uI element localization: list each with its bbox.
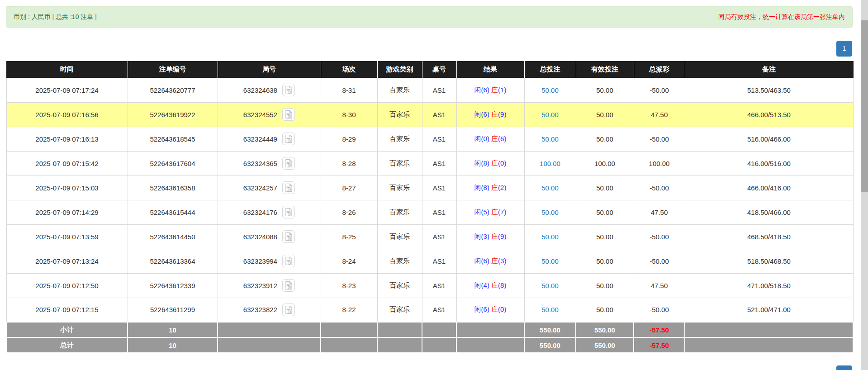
- total-bet-link[interactable]: 100.00: [540, 160, 560, 167]
- result-player-score: 闲(8): [474, 159, 489, 167]
- total-row-empty-result: [456, 337, 524, 353]
- cell-bet-id: 522643617604: [128, 151, 218, 176]
- cell-round-id: 632324257: [218, 176, 321, 200]
- cell-payout: 47.50: [634, 273, 685, 298]
- video-replay-button[interactable]: [282, 84, 295, 96]
- video-replay-button[interactable]: [282, 181, 295, 194]
- cell-result: 闲(6) 庄(0): [456, 298, 524, 322]
- bet-record-row: 2025-07-09 07:16:56522643619922632324552…: [6, 102, 853, 127]
- cell-time: 2025-07-09 07:17:24: [6, 78, 128, 102]
- cell-round-id: 632324088: [218, 224, 321, 249]
- video-replay-button[interactable]: [282, 304, 295, 316]
- cell-round-id: 632323822: [218, 298, 321, 322]
- cell-table-id: AS1: [422, 176, 456, 200]
- result-player-score: 闲(4): [474, 281, 489, 289]
- total-row-label: 总计: [6, 337, 128, 353]
- cell-time: 2025-07-09 07:13:24: [6, 249, 128, 273]
- cell-time: 2025-07-09 07:12:50: [6, 273, 128, 298]
- result-banker-score: (6): [498, 135, 506, 142]
- total-bet-link[interactable]: 50.00: [541, 257, 559, 265]
- result-banker-score: (9): [498, 110, 506, 118]
- video-film-document-icon: [284, 256, 293, 266]
- result-banker-score: (2): [498, 184, 506, 191]
- cell-total-bet: 50.00: [524, 200, 576, 224]
- video-film-document-icon: [284, 305, 293, 314]
- subtotal-row-count: 10: [128, 322, 218, 337]
- total-bet-link[interactable]: 50.00: [541, 184, 559, 192]
- cell-round-id: 632324449: [218, 127, 321, 151]
- cell-time: 2025-07-09 07:13:59: [6, 224, 128, 249]
- cell-payout: 100.00: [634, 151, 685, 176]
- video-replay-button[interactable]: [282, 279, 295, 292]
- total-bet-link[interactable]: 50.00: [541, 86, 559, 94]
- cell-valid-bet: 50.00: [576, 102, 634, 127]
- table-header-row: 时间注单编号局号场次游戏类别桌号结果总投注有效投注总派彩备注: [6, 61, 853, 78]
- cell-bet-id: 522643613364: [128, 249, 218, 273]
- cell-table-id: AS1: [422, 273, 456, 298]
- currency-banner: 币别 : 人民币 | 总共 :10 注单 | 同局有效投注，统一计算在该局第一张…: [6, 6, 853, 28]
- video-film-document-icon: [284, 159, 293, 168]
- total-bet-link[interactable]: 50.00: [541, 233, 559, 241]
- subtotal-row-empty-session: [321, 322, 377, 337]
- bet-record-row: 2025-07-09 07:12:15522643611299632323822…: [6, 298, 853, 322]
- cell-remark: 513.50/463.50: [685, 78, 853, 102]
- cell-valid-bet: 100.00: [576, 151, 634, 176]
- video-film-document-icon: [284, 110, 293, 119]
- result-banker-score: (1): [498, 86, 506, 94]
- pagination-page-1-top[interactable]: 1: [836, 41, 852, 57]
- pagination-page-1-bottom[interactable]: 1: [836, 365, 852, 370]
- cell-total-bet: 50.00: [524, 298, 576, 322]
- result-banker-label: 庄: [491, 208, 498, 216]
- cell-session: 8-25: [321, 224, 377, 249]
- video-replay-button[interactable]: [282, 157, 295, 170]
- result-banker-score: (8): [498, 281, 506, 289]
- video-replay-button[interactable]: [282, 206, 295, 218]
- cell-round-id: 632323994: [218, 249, 321, 273]
- cell-result: 闲(5) 庄(7): [456, 200, 524, 224]
- total-bet-link[interactable]: 50.00: [541, 209, 559, 216]
- cell-session: 8-31: [321, 78, 377, 102]
- subtotal-row-label: 小计: [6, 322, 128, 337]
- cell-table-id: AS1: [422, 249, 456, 273]
- total-bet-link[interactable]: 50.00: [541, 306, 559, 313]
- vertical-scrollbar[interactable]: [861, 0, 868, 370]
- cell-result: 闲(6) 庄(1): [456, 78, 524, 102]
- cell-table-id: AS1: [422, 102, 456, 127]
- round-id-text: 632324638: [243, 86, 277, 94]
- result-player-score: 闲(6): [474, 86, 489, 94]
- bet-record-row: 2025-07-09 07:14:29522643615444632324176…: [6, 200, 853, 224]
- cell-session: 8-23: [321, 273, 377, 298]
- total-bet-link[interactable]: 50.00: [541, 135, 559, 143]
- subtotal-row-empty-result: [456, 322, 524, 337]
- banner-summary-text: 币别 : 人民币 | 总共 :10 注单 |: [14, 13, 97, 21]
- cell-game-type: 百家乐: [377, 224, 422, 249]
- cell-bet-id: 522643615444: [128, 200, 218, 224]
- video-film-document-icon: [284, 232, 293, 241]
- video-replay-button[interactable]: [282, 108, 295, 121]
- video-replay-button[interactable]: [282, 255, 295, 267]
- cell-bet-id: 522643620777: [128, 78, 218, 102]
- result-banker-label: 庄: [491, 305, 498, 313]
- video-replay-button[interactable]: [282, 133, 295, 145]
- cell-remark: 416.00/516.00: [685, 151, 853, 176]
- cell-remark: 468.50/418.50: [685, 224, 853, 249]
- total-row-total-bet: 550.00: [524, 337, 576, 353]
- round-id-text: 632323822: [243, 306, 277, 313]
- total-bet-link[interactable]: 50.00: [541, 111, 559, 119]
- cell-table-id: AS1: [422, 127, 456, 151]
- scrollbar-thumb[interactable]: [861, 20, 868, 192]
- banner-warning-text: 同局有效投注，统一计算在该局第一张注单内: [718, 13, 845, 21]
- cell-result: 闲(6) 庄(9): [456, 102, 524, 127]
- total-bet-link[interactable]: 50.00: [541, 282, 559, 289]
- cell-round-id: 632323912: [218, 273, 321, 298]
- cell-result: 闲(3) 庄(9): [456, 224, 524, 249]
- cell-time: 2025-07-09 07:16:56: [6, 102, 128, 127]
- cell-session: 8-24: [321, 249, 377, 273]
- result-banker-label: 庄: [491, 184, 498, 191]
- cell-remark: 466.00/513.50: [685, 102, 853, 127]
- cell-valid-bet: 50.00: [576, 249, 634, 273]
- result-player-score: 闲(6): [474, 110, 489, 118]
- video-film-document-icon: [284, 134, 293, 143]
- video-replay-button[interactable]: [282, 230, 295, 243]
- bet-record-row: 2025-07-09 07:16:13522643618545632324449…: [6, 127, 853, 151]
